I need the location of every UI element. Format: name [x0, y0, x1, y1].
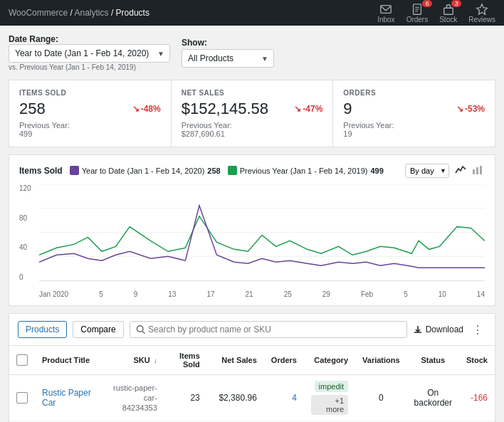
breadcrumb-woocommerce[interactable]: WooCommerce [9, 8, 68, 18]
products-table: Product Title SKU ↓ Items Sold Net Sales… [9, 346, 495, 422]
select-all-checkbox[interactable] [16, 354, 28, 366]
tab-compare[interactable]: Compare [73, 321, 123, 338]
stat-prev-orders: Previous Year: 19 [343, 121, 485, 138]
th-category: Category [304, 346, 355, 375]
by-day-select[interactable]: By day [405, 164, 449, 178]
stat-label-net-sales: NET SALES [182, 89, 323, 97]
date-range-label: Date Range: [9, 34, 170, 44]
svg-rect-5 [443, 8, 453, 14]
show-select-wrap: All Products ▼ [182, 49, 274, 68]
date-range-select-wrap: Year to Date (Jan 1 - Feb 14, 2020) ▼ [9, 44, 170, 63]
chart-series2-value: 499 [370, 167, 383, 175]
cell-category-1: impedit +1 more [304, 375, 355, 421]
cell-title-1: Rustic Paper Car [35, 375, 105, 421]
row-checkbox-1[interactable] [16, 392, 28, 403]
nav-reviews[interactable]: Reviews [468, 3, 495, 23]
th-stock: Stock [459, 346, 495, 375]
search-icon [136, 325, 145, 334]
th-variations: Variations [355, 346, 407, 375]
orders-badge: 6 [422, 0, 432, 7]
stats-row: ITEMS SOLD 258 ↘ -48% Previous Year: 499… [9, 80, 495, 147]
stat-label-items-sold: ITEMS SOLD [19, 89, 161, 97]
breadcrumb-products: Products [116, 8, 149, 18]
cell-variations-1: 0 [355, 375, 407, 421]
show-group: Show: All Products ▼ [182, 38, 274, 68]
th-items-sold: Items Sold [164, 346, 207, 375]
show-select[interactable]: All Products [182, 49, 274, 68]
cell-sku-1: rustic-paper-car-84234353 [105, 375, 164, 421]
orders-link-1[interactable]: 4 [292, 393, 297, 403]
chart-x-labels: Jan 2020 5 9 13 17 21 25 29 Feb 5 10 14 [39, 290, 485, 298]
main-content: Date Range: Year to Date (Jan 1 - Feb 14… [0, 26, 504, 422]
by-day-wrap: By day ▼ [405, 162, 485, 179]
nav-inbox[interactable]: Inbox [377, 3, 394, 23]
chart-y-labels: 120 80 40 0 [19, 184, 36, 281]
svg-rect-9 [480, 166, 482, 174]
breadcrumb: WooCommerce / Analytics / Products [9, 8, 149, 18]
category-more-1[interactable]: +1 more [311, 395, 348, 415]
date-range-select[interactable]: Year to Date (Jan 1 - Feb 14, 2020) [9, 44, 170, 63]
th-sku[interactable]: SKU ↓ [105, 346, 164, 375]
stat-delta-items-sold: ↘ -48% [132, 104, 161, 114]
svg-marker-6 [477, 4, 487, 14]
th-net-sales: Net Sales [207, 346, 264, 375]
chart-svg-area [39, 184, 485, 281]
arrow-down-icon: ↘ [456, 104, 463, 114]
by-day-select-wrap: By day ▼ [405, 164, 449, 178]
search-input-wrap [130, 321, 407, 338]
stat-value-net-sales: $152,145.58 [182, 100, 268, 118]
more-options-button[interactable]: ⋮ [469, 323, 486, 337]
product-link-1[interactable]: Rustic Paper Car [42, 388, 91, 408]
sku-sort-icon: ↓ [154, 357, 157, 364]
svg-line-15 [142, 331, 145, 333]
nav-icons: Inbox 6 Orders 3 Stock Reviews [377, 3, 495, 23]
th-product-title: Product Title [35, 346, 105, 375]
legend-check-purple [70, 166, 79, 175]
download-icon [413, 325, 423, 334]
line-chart-btn[interactable] [453, 162, 468, 179]
show-label: Show: [182, 38, 274, 48]
chart-type-buttons [453, 162, 485, 179]
date-range-group: Date Range: Year to Date (Jan 1 - Feb 14… [9, 34, 170, 71]
th-orders: Orders [264, 346, 304, 375]
stat-label-orders: ORDERS [343, 89, 485, 97]
chart-section: Items Sold Year to Date (Jan 1 - Feb 14,… [9, 154, 495, 306]
stat-prev-net-sales: Previous Year: $287,690.61 [182, 121, 323, 138]
download-button[interactable]: Download [413, 325, 463, 334]
chart-legend-current: Year to Date (Jan 1 - Feb 14, 2020) 258 [70, 166, 221, 175]
stat-card-orders: ORDERS 9 ↘ -53% Previous Year: 19 [333, 80, 495, 147]
stat-card-items-sold: ITEMS SOLD 258 ↘ -48% Previous Year: 499 [9, 80, 172, 147]
svg-point-14 [137, 326, 143, 332]
stock-badge: 3 [451, 0, 461, 7]
nav-stock[interactable]: 3 Stock [439, 3, 457, 23]
chart-controls: Items Sold Year to Date (Jan 1 - Feb 14,… [19, 162, 485, 179]
stat-prev-items-sold: Previous Year: 499 [19, 121, 161, 138]
chart-title: Items Sold [19, 166, 63, 176]
search-input[interactable] [148, 325, 401, 334]
chart-series1-value: 258 [207, 167, 220, 175]
stat-value-items-sold: 258 [19, 100, 46, 118]
stat-delta-orders: ↘ -53% [456, 104, 485, 114]
chart-legend-prev: Previous Year (Jan 1 - Feb 14, 2019) 499 [228, 166, 384, 175]
nav-orders[interactable]: 6 Orders [406, 3, 429, 23]
chart-svg [39, 184, 485, 280]
svg-rect-8 [476, 167, 478, 174]
svg-rect-0 [381, 5, 391, 13]
stat-value-orders: 9 [343, 100, 352, 118]
filters-row: Date Range: Year to Date (Jan 1 - Feb 14… [9, 34, 495, 71]
table-header: Product Title SKU ↓ Items Sold Net Sales… [9, 346, 495, 375]
chart-area-wrap: 120 80 40 0 Jan 2020 [19, 184, 485, 298]
category-tag-1[interactable]: impedit [315, 381, 348, 392]
cell-orders-1: 4 [264, 375, 304, 421]
cell-sales-1: $2,380.96 [207, 375, 264, 421]
tab-products[interactable]: Products [18, 321, 67, 338]
bar-chart-btn[interactable] [471, 162, 485, 179]
arrow-down-icon: ↘ [132, 104, 140, 114]
date-range-sub: vs. Previous Year (Jan 1 - Feb 14, 2019) [9, 63, 170, 71]
arrow-down-icon: ↘ [294, 104, 301, 114]
breadcrumb-analytics[interactable]: Analytics [75, 8, 109, 18]
cell-status-1: Onbackorder [407, 375, 459, 421]
cell-stock-1: -166 [459, 375, 495, 421]
th-status: Status [407, 346, 459, 375]
cell-items-1: 23 [164, 375, 207, 421]
